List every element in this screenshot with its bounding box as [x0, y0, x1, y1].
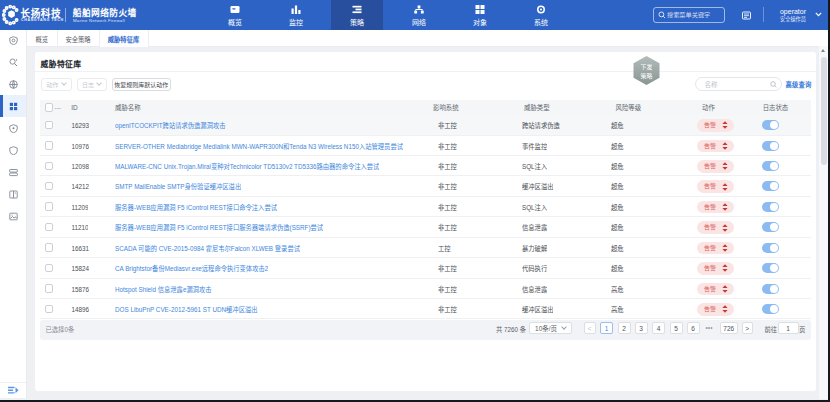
svg-text:下发: 下发 — [640, 62, 652, 71]
svg-text:策略: 策略 — [640, 71, 652, 80]
